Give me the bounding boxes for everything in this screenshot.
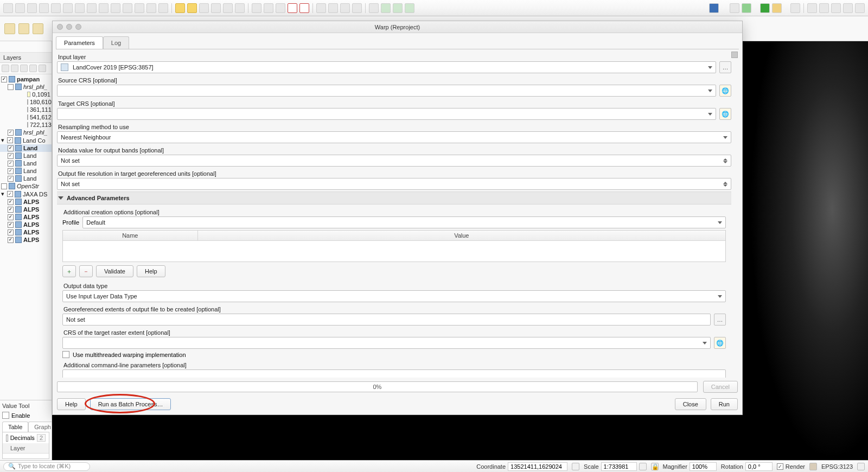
- toolbar-icon[interactable]: [135, 3, 144, 13]
- visibility-checkbox[interactable]: [8, 222, 14, 228]
- toolbar-icon[interactable]: [18, 23, 29, 34]
- enable-checkbox[interactable]: [2, 412, 9, 419]
- run-button[interactable]: Run: [711, 398, 738, 410]
- layer-row[interactable]: pampan: [0, 75, 52, 83]
- expand-icon[interactable]: ▾: [1, 137, 5, 144]
- crs-target-extent-combo[interactable]: [62, 337, 711, 349]
- globe-icon[interactable]: [393, 3, 403, 13]
- chart-icon[interactable]: [2, 43, 9, 50]
- toolbar-icon[interactable]: [790, 3, 800, 13]
- toolbar-icon[interactable]: [819, 3, 829, 13]
- toolbar-icon[interactable]: [75, 3, 85, 13]
- out-dtype-combo[interactable]: Use Input Layer Data Type: [62, 290, 726, 302]
- epsg-label[interactable]: EPSG:3123: [821, 463, 853, 470]
- visibility-checkbox[interactable]: [8, 237, 14, 243]
- locator-input[interactable]: 🔍 Type to locate (⌘K): [3, 462, 90, 471]
- visibility-checkbox[interactable]: [8, 145, 14, 151]
- magnifier-field[interactable]: [690, 462, 717, 471]
- resampling-combo[interactable]: Nearest Neighbour: [57, 131, 731, 143]
- toolbar-icon[interactable]: [855, 3, 865, 13]
- remove-option-button[interactable]: －: [79, 265, 93, 277]
- source-crs-combo[interactable]: [57, 85, 716, 97]
- layer-row[interactable]: OpenStr: [0, 182, 52, 190]
- toolbar-icon[interactable]: [223, 3, 233, 13]
- help-small-button[interactable]: Help: [137, 265, 165, 277]
- layer-row[interactable]: Land: [0, 167, 52, 175]
- creation-options-table[interactable]: Name Value: [62, 230, 726, 262]
- toolbar-icon[interactable]: [316, 3, 326, 13]
- geo-extents-browse-button[interactable]: …: [714, 314, 726, 326]
- visibility-checkbox[interactable]: [1, 183, 7, 189]
- extents-icon[interactable]: [572, 463, 579, 470]
- toolbar-icon[interactable]: [760, 3, 770, 13]
- tab-parameters[interactable]: Parameters: [56, 36, 103, 49]
- visibility-checkbox[interactable]: [8, 229, 14, 235]
- add-group-icon[interactable]: [11, 65, 18, 72]
- toolbar-icon[interactable]: [730, 3, 739, 13]
- toolbar-icon[interactable]: [146, 3, 156, 13]
- decimals-checkbox[interactable]: [6, 435, 8, 442]
- visibility-checkbox[interactable]: [8, 130, 14, 136]
- layer-row[interactable]: ALPS: [0, 206, 52, 213]
- toolbar-icon[interactable]: [3, 3, 13, 13]
- toolbar-icon[interactable]: [340, 3, 350, 13]
- profile-combo[interactable]: Default: [82, 216, 726, 228]
- toolbar-icon[interactable]: [27, 3, 37, 13]
- visibility-checkbox[interactable]: [1, 76, 7, 82]
- layer-row[interactable]: 361,1115: [0, 106, 52, 113]
- toolbar-icon[interactable]: [39, 3, 49, 13]
- hexagon-icon[interactable]: [369, 3, 379, 13]
- decimals-value[interactable]: 2: [37, 434, 46, 442]
- toolbar-icon[interactable]: [51, 3, 61, 13]
- window-close-icon[interactable]: [57, 24, 63, 30]
- validate-button[interactable]: Validate: [96, 265, 133, 277]
- layer-row[interactable]: ▾JAXA DS: [0, 190, 52, 198]
- tab-table[interactable]: Table: [2, 422, 28, 432]
- dialog-form[interactable]: Input layer LandCover 2019 [EPSG:3857] ……: [56, 49, 739, 378]
- toolbar-icon[interactable]: [299, 3, 309, 13]
- layers-tree[interactable]: pampanhrsl_phl_0,1091180,6103361,1115541…: [0, 74, 52, 400]
- toolbar-icon[interactable]: [15, 3, 25, 13]
- layer-row[interactable]: ALPS: [0, 221, 52, 228]
- render-checkbox[interactable]: [777, 463, 783, 470]
- toolbar-icon[interactable]: [123, 3, 132, 13]
- nodata-spin[interactable]: Not set: [57, 155, 731, 167]
- dialog-titlebar[interactable]: Warp (Reproject): [53, 21, 742, 33]
- toolbar-icon[interactable]: [211, 3, 221, 13]
- visibility-checkbox[interactable]: [7, 137, 13, 143]
- chart-icon[interactable]: [11, 43, 19, 50]
- close-button[interactable]: Close: [675, 398, 706, 410]
- layer-row[interactable]: Land: [0, 152, 52, 160]
- spin-up-icon[interactable]: [723, 182, 727, 184]
- multithread-checkbox[interactable]: [62, 351, 69, 358]
- scroll-up-icon[interactable]: [731, 52, 738, 58]
- messages-icon[interactable]: [857, 463, 865, 470]
- toolbar-icon[interactable]: [235, 3, 245, 13]
- geo-extents-input[interactable]: Not set: [62, 314, 711, 326]
- toolbar-icon[interactable]: [187, 3, 197, 13]
- layer-row[interactable]: Land: [0, 160, 52, 167]
- toolbar-icon[interactable]: [328, 3, 338, 13]
- help-button[interactable]: Help: [57, 398, 86, 410]
- toolbar-icon[interactable]: [276, 3, 285, 13]
- spin-down-icon[interactable]: [723, 161, 727, 163]
- toolbar-icon[interactable]: [175, 3, 185, 13]
- out-res-spin[interactable]: Not set: [57, 178, 731, 190]
- source-crs-select-button[interactable]: 🌐: [719, 85, 731, 97]
- toolbar-icon[interactable]: [352, 3, 362, 13]
- toolbar-icon[interactable]: [158, 3, 168, 13]
- visibility-checkbox[interactable]: [8, 84, 14, 90]
- toolbar-icon[interactable]: [33, 23, 43, 34]
- toolbar-icon[interactable]: [831, 3, 841, 13]
- filter-icon[interactable]: [20, 65, 28, 72]
- tab-log[interactable]: Log: [103, 36, 129, 49]
- window-max-icon[interactable]: [75, 24, 81, 30]
- visibility-checkbox[interactable]: [8, 168, 14, 174]
- layer-row[interactable]: ▾Land Co: [0, 136, 52, 144]
- rotation-field[interactable]: [745, 462, 773, 471]
- visibility-checkbox[interactable]: [8, 161, 14, 167]
- toolbar-icon[interactable]: [772, 3, 782, 13]
- layer-row[interactable]: 541,6127: [0, 113, 52, 121]
- addl-cmd-input[interactable]: [62, 369, 726, 378]
- layer-row[interactable]: ALPS: [0, 236, 52, 244]
